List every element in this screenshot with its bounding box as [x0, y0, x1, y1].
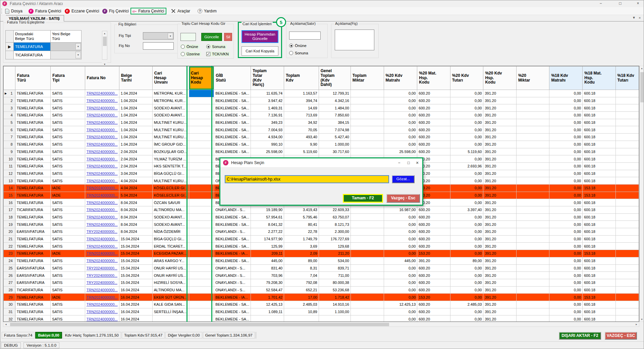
fatura-no-link[interactable]: TRN2024000000...	[85, 294, 119, 301]
table-row[interactable]: 28TICARIFATURASATISTRN2024000000...16.04…	[4, 286, 639, 294]
scroll-up-icon[interactable]: ▲	[640, 67, 644, 69]
dialog-minimize-button[interactable]: −	[395, 159, 403, 166]
scrollbar-thumb[interactable]	[103, 37, 107, 46]
fatura-no-link[interactable]: TRN2024000000...	[85, 177, 119, 185]
fatura-no-link[interactable]: TRN2024000000...	[85, 301, 119, 308]
table-row[interactable]: 9TEMELFATURASATISTRN2024000000...2.04.20…	[4, 148, 639, 155]
fatura-no-link[interactable]: TRY2024000000...	[85, 228, 119, 236]
vazgec-dialog-button[interactable]: Vazgeç - Esc	[386, 194, 420, 203]
scrollbar-thumb[interactable]	[10, 323, 389, 326]
menu-dosya[interactable]: Dosya	[4, 8, 24, 14]
radio-icon[interactable]	[181, 45, 185, 49]
column-header[interactable]: Fatura Tipi	[51, 66, 85, 90]
fatura-no-link[interactable]: TRN2024000000...	[85, 308, 119, 315]
fatura-no-link[interactable]: TRN2024000000...	[85, 170, 119, 177]
menu-efatura-cevirici[interactable]: ℮- Fatura Çevirici	[130, 8, 166, 14]
menu-eczane-cevirici[interactable]: E Eczane Çevirici	[63, 8, 101, 14]
table-row[interactable]: 26EARSIVFATURASATISTRY2024000000...15.04…	[4, 272, 639, 279]
table-row[interactable]: 5TEMELFATURASATISTRN2024000000...1.04.20…	[4, 119, 639, 126]
table-row[interactable]: 32TEMELFATURASATISTRN2024000000...16.04.…	[4, 315, 639, 322]
fis-no-input[interactable]	[143, 42, 174, 50]
fatura-no-link[interactable]: TRN2024000000...	[85, 213, 119, 221]
menu-yardim[interactable]: ? Yardım	[196, 8, 218, 14]
table-row[interactable]: 18TEMELFATURASATISTRN2024000000...8.04.2…	[4, 213, 639, 221]
fatura-no-link[interactable]: TRN2024000000...	[85, 104, 119, 112]
dropdown-icon[interactable]: ▼	[75, 43, 81, 50]
fatura-no-link[interactable]: TRN2024000000...	[85, 134, 119, 141]
column-header[interactable]: %20 Kdv Hsp. Kodu	[483, 66, 516, 90]
dropdown-icon[interactable]: ▼	[168, 33, 173, 39]
dialog-close-button[interactable]: ×	[414, 159, 421, 166]
scroll-up-icon[interactable]: ▲	[102, 31, 107, 35]
fatura-no-link[interactable]: TRN2024000000...	[85, 235, 119, 243]
fatura-no-link[interactable]: TRN2024000000...	[85, 162, 119, 170]
fatura-no-link[interactable]: TRN2024000000...	[85, 184, 119, 192]
vertical-scrollbar[interactable]: ▲ ▼	[639, 66, 644, 322]
toplu-cari-kod-input[interactable]	[180, 33, 196, 41]
table-row[interactable]: 23TEMELFATURAIADETRN2024000000...15.04.2…	[4, 250, 639, 257]
mapping-row[interactable]: ▶ TEMELFATURA ▼	[6, 43, 82, 51]
column-header[interactable]: %20 Kdv Matrahı	[384, 66, 417, 90]
fatura-no-link[interactable]: TRN2024000000...	[85, 155, 119, 163]
fatura-no-link[interactable]: TRY2024000000...	[85, 264, 119, 272]
radio-onune[interactable]: Önüne	[180, 44, 200, 49]
fatura-no-link[interactable]: TRY2024000000...	[85, 272, 119, 279]
scroll-left-icon[interactable]: ◄	[5, 323, 7, 326]
gozat-button[interactable]: Gözat...	[392, 175, 415, 183]
table-row[interactable]: 25EARSIVFATURASATISTRY2024000000...15.04…	[4, 264, 639, 272]
maximize-button[interactable]: □	[615, 0, 625, 7]
column-header[interactable]: %20 Mat. Hsp. Kodu	[417, 66, 450, 90]
column-header[interactable]: Genel Toplam (Kdv Dahil)	[319, 66, 351, 90]
table-row[interactable]: ▶1TEMELFATURASATISTRN2024000000...1.04.2…	[4, 90, 639, 97]
dialog-maximize-button[interactable]: □	[405, 159, 412, 166]
column-header[interactable]: Fatura Türü	[15, 66, 51, 90]
scrollbar-thumb[interactable]	[640, 72, 644, 102]
table-row[interactable]: 8TEMELFATURASATISTRN2024000000...1.04.20…	[4, 141, 639, 148]
menu-fis-cevirici[interactable]: F Fiş Çevirici	[101, 8, 130, 14]
dropdown-icon[interactable]: ▼	[75, 52, 81, 58]
scroll-down-icon[interactable]: ▼	[640, 318, 644, 320]
fatura-no-link[interactable]: TRN2024000000...	[85, 192, 119, 199]
yeni-belge-turu-dropdown[interactable]: ▼	[51, 43, 82, 51]
table-row[interactable]: 31TEMELFATURASATISTRN2024000000...16.04.…	[4, 308, 639, 315]
table-row[interactable]: 4TEMELFATURASATISTRN2024000000...1.04.20…	[4, 112, 639, 119]
table-row[interactable]: 21TEMELFATURASATISTRN2024000000...15.04.…	[4, 235, 639, 243]
table-row[interactable]: 29TEMELFATURAIADETRN2024000000...16.04.2…	[4, 294, 639, 301]
table-row[interactable]: 17TICARIFATURASATISTRN2024000000...8.04.…	[4, 206, 639, 214]
fatura-no-link[interactable]: TRN2024000000...	[85, 126, 119, 134]
mapping-scrollbar[interactable]: ▲	[102, 31, 107, 60]
table-row[interactable]: 7TEMELFATURASATISTRN2024000000...1.04.20…	[4, 134, 639, 141]
sil-button[interactable]: Sil	[224, 33, 232, 41]
checkbox-tckvkn[interactable]: ✓TCK/VKN	[206, 52, 230, 56]
fatura-no-link[interactable]: TRN2024000000...	[85, 148, 119, 155]
table-row[interactable]: 30TEMELFATURASATISTRN2024000000...16.04.…	[4, 301, 639, 308]
horizontal-scrollbar[interactable]: ◄ ►	[3, 322, 639, 327]
column-header[interactable]: %20 Kdv Tutarı	[450, 66, 483, 90]
hesap-plani-path-input[interactable]	[225, 175, 389, 183]
column-header[interactable]: Toplam Miktar	[351, 66, 384, 90]
table-row[interactable]: 24TEMELFATURASATISTRN2024000000...15.04.…	[4, 257, 639, 264]
radio-icon[interactable]	[289, 44, 293, 48]
column-header[interactable]	[4, 66, 15, 90]
menu-fatura-cevirici[interactable]: F Fatura Çevirici	[27, 8, 62, 14]
fatura-no-link[interactable]: TRN2024000000...	[85, 199, 119, 206]
radio-sonuna-satir[interactable]: Sonuna	[289, 51, 308, 55]
column-header[interactable]: GİB Statü	[214, 66, 251, 90]
checkbox-icon[interactable]: ✓	[206, 52, 210, 56]
column-header[interactable]: Toplam Tutar (Kdv Hariç)	[251, 66, 284, 90]
fatura-no-link[interactable]: TRN2024000000...	[85, 90, 119, 97]
column-header[interactable]: Fatura No	[85, 66, 119, 90]
table-row[interactable]: 3TEMELFATURASATISTRN2024000000...1.04.20…	[4, 104, 639, 112]
tab-close-icon[interactable]: ×	[639, 16, 641, 20]
vazgec-button[interactable]: VAZGEÇ - ESC	[605, 332, 637, 340]
table-row[interactable]: 22TEMELFATURASATISTRN2024000000...15.04.…	[4, 243, 639, 250]
close-button[interactable]: ×	[633, 0, 643, 7]
fatura-no-link[interactable]: TRN2024000000...	[85, 286, 119, 294]
scroll-right-icon[interactable]: ►	[635, 323, 638, 326]
menu-araclar[interactable]: Araçlar	[170, 8, 192, 14]
mapping-row[interactable]: TICARIFATURA ▼	[6, 51, 82, 59]
fatura-no-link[interactable]: TRN2024000000...	[85, 141, 119, 148]
disari-aktar-button[interactable]: DIŞARI AKTAR - F2	[559, 332, 601, 340]
fatura-no-link[interactable]: TRN2024000000...	[85, 243, 119, 250]
fatura-no-link[interactable]: TRN2024000000...	[85, 206, 119, 214]
